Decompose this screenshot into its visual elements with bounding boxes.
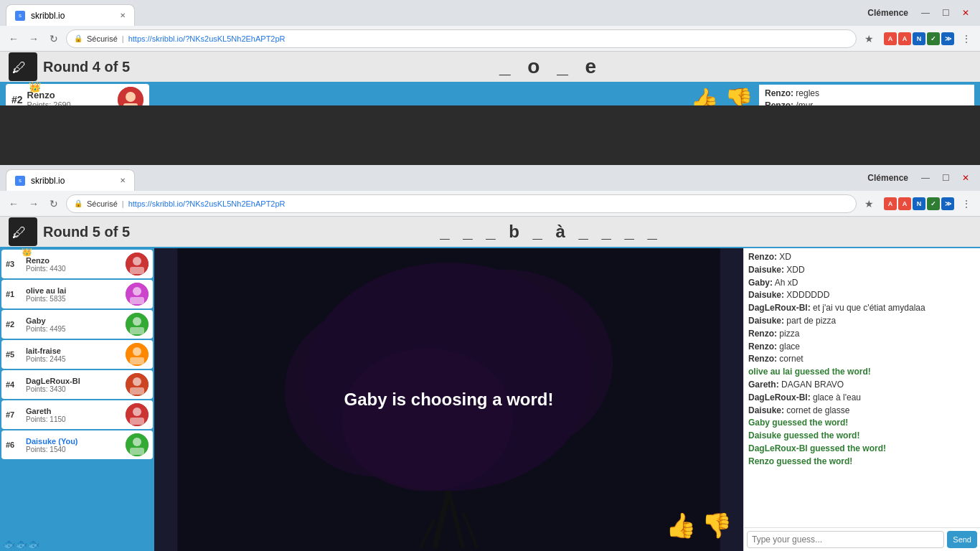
pinfo-4: DagLeRoux-Bl Points: 3430 (26, 377, 121, 393)
fish-2: 🐟 (15, 538, 27, 550)
close-btn-2[interactable]: ✕ (957, 171, 974, 184)
ext2-3: N (913, 197, 925, 210)
chat-msg-14: Daisuke guessed the word! (748, 430, 976, 442)
chat-partial-1: Renzo: regles Renzo: /mur (759, 85, 974, 105)
fish-1: 🐟 (3, 538, 15, 550)
address-bar-2: ← → ↻ 🔒 Sécurisé | https://skribbl.io/?N… (0, 191, 980, 217)
pname-2: Gaby (26, 316, 121, 325)
player-item-4: #4 DagLeRoux-Bl Points: 3430 (1, 370, 153, 399)
address-box-2[interactable]: 🔒 Sécurisé | https://skribbl.io/?NKs2usK… (66, 194, 857, 213)
tab-2[interactable]: s skribbl.io ✕ (6, 169, 135, 191)
msg-sender-8: Renzo: (748, 354, 777, 364)
url-text-2[interactable]: https://skribbl.io/?NKs2usKL5Nh2EhAPT2pR (128, 199, 849, 208)
refresh-btn-2[interactable]: ↻ (46, 196, 62, 212)
msg-sender-1: Daisuke: (748, 265, 784, 275)
svg-point-23 (133, 408, 141, 416)
chat-send-btn-2[interactable]: Send (947, 531, 977, 548)
player-item-2: #2 Gaby Points: 4495 (1, 310, 153, 339)
player-points-1: Points: 2690 (27, 100, 113, 105)
secure-label-1: Sécurisé (87, 34, 118, 43)
svg-point-32 (341, 348, 513, 491)
pavatar-2 (126, 313, 149, 336)
round-text-1: Round 4 of 5 (43, 59, 130, 75)
chat-msg-4: DagLeRoux-Bl: et j'ai vu que c'étiat amy… (748, 302, 976, 314)
pavatar-0 (126, 253, 149, 276)
svg-point-17 (133, 347, 141, 356)
refresh-btn-1[interactable]: ↻ (46, 31, 62, 47)
maximize-btn-1[interactable]: ☐ (937, 6, 954, 19)
pinfo-2: Gaby Points: 4495 (26, 316, 121, 333)
ext2-1: A (884, 197, 897, 210)
ext2-4: ✓ (927, 197, 940, 210)
ext-1: A (884, 32, 897, 45)
player-item-5: #7 Gareth Points: 1150 (1, 400, 153, 429)
msg-sender-12: Daisuke: (748, 405, 784, 415)
ppts-5: Points: 1150 (26, 415, 121, 423)
ppts-2: Points: 4495 (26, 325, 121, 333)
pinfo-0: Renzo Points: 4430 (26, 256, 121, 273)
svg-rect-24 (130, 418, 144, 425)
forward-btn-1[interactable]: → (26, 31, 42, 47)
chat-msg-13: Gaby guessed the word! (748, 417, 976, 429)
player-row-1: #2 Renzo Points: 2690 👑 👍 👎 (0, 83, 980, 105)
back-btn-2[interactable]: ← (6, 196, 22, 212)
maximize-btn-2[interactable]: ☐ (937, 171, 954, 184)
thumbs-up-icon-1[interactable]: 👍 (690, 86, 719, 106)
menu-btn-2[interactable]: ⋮ (958, 196, 974, 212)
word-hint-1: _ o _ e (130, 55, 971, 78)
secure-label-2: Sécurisé (87, 199, 118, 208)
browser-window-1: s skribbl.io ✕ Clémence — ☐ ✕ ← → ↻ 🔒 Sé… (0, 0, 980, 105)
prank-2: #2 (6, 320, 22, 329)
pavatar-3 (126, 343, 149, 366)
svg-point-11 (133, 287, 141, 296)
minimize-btn-1[interactable]: — (917, 6, 934, 19)
profile-name-2: Clémence (867, 173, 908, 183)
pinfo-5: Gareth Points: 1150 (26, 407, 121, 423)
back-btn-1[interactable]: ← (6, 31, 22, 47)
canvas-chat-area: Gaby is choosing a word! 👍 👎 Renzo: XDDa… (154, 248, 980, 551)
player-rank-1: #2 (11, 94, 23, 105)
address-bar-1: ← → ↻ 🔒 Sécurisé | https://skribbl.io/?N… (0, 26, 980, 52)
tab-favicon-1: s (15, 11, 25, 21)
prank-1: #1 (6, 290, 22, 298)
tab-1[interactable]: s skribbl.io ✕ (6, 4, 135, 26)
ext-5: ≫ (941, 32, 954, 45)
chat-msg-5: Daisuke: part de pizza (748, 315, 976, 327)
address-box-1[interactable]: 🔒 Sécurisé | https://skribbl.io/?NKs2usK… (66, 29, 857, 48)
chat-messages-2: Renzo: XDDaisuke: XDDGaby: Ah xDDaisuke:… (744, 248, 980, 527)
thumbs-down-icon-1[interactable]: 👎 (725, 86, 753, 106)
chat-msg-0: Renzo: XD (748, 251, 976, 263)
thumbs-up-icon-2[interactable]: 👍 (666, 511, 696, 540)
minimize-btn-2[interactable]: — (917, 171, 934, 184)
forward-btn-2[interactable]: → (26, 196, 42, 212)
url-text-1[interactable]: https://skribbl.io/?NKs2usKL5Nh2EhAPT2pR (128, 34, 849, 43)
chat-input-2[interactable] (747, 531, 944, 548)
pname-1: olive au lai (26, 286, 121, 295)
fish-pattern: 🐟 🐟 🐟 (0, 537, 154, 551)
tab-label-1: skribbl.io (31, 11, 65, 21)
chat-msg-15: DagLeRoux-Bl guessed the word! (748, 443, 976, 455)
round-text-2: Round 5 of 5 (43, 224, 130, 240)
ext2-5: ≫ (941, 197, 954, 210)
game-topbar-1: 🖊 Round 4 of 5 _ o _ e (0, 52, 980, 83)
thumbs-down-icon-2[interactable]: 👎 (702, 511, 732, 540)
player-list-2: 👑 #3 Renzo Points: 4430 #1 olive au lai … (0, 248, 154, 551)
thumbs-1: 👍 👎 (690, 86, 753, 106)
crown-icon-1: 👑 (29, 81, 41, 93)
star-btn-2[interactable]: ★ (861, 196, 877, 212)
pinfo-1: olive au lai Points: 5835 (26, 286, 121, 303)
svg-rect-18 (130, 357, 144, 364)
browser-window-2: s skribbl.io ✕ Clémence — ☐ ✕ ← → ↻ 🔒 Sé… (0, 165, 980, 551)
pavatar-6 (126, 433, 149, 456)
chat-msg-16: Renzo guessed the word! (748, 456, 976, 468)
pname-3: lait-fraise (26, 347, 121, 355)
chat-msg-2: Gaby: Ah xD (748, 277, 976, 289)
svg-rect-12 (130, 297, 144, 304)
ext-3: N (913, 32, 925, 45)
menu-btn-1[interactable]: ⋮ (958, 31, 974, 47)
star-btn-1[interactable]: ★ (861, 31, 877, 47)
tab-close-2[interactable]: ✕ (120, 176, 126, 184)
close-btn-1[interactable]: ✕ (957, 6, 974, 19)
tab-close-1[interactable]: ✕ (120, 11, 126, 19)
player-item-1: #2 Renzo Points: 2690 👑 (6, 84, 149, 106)
